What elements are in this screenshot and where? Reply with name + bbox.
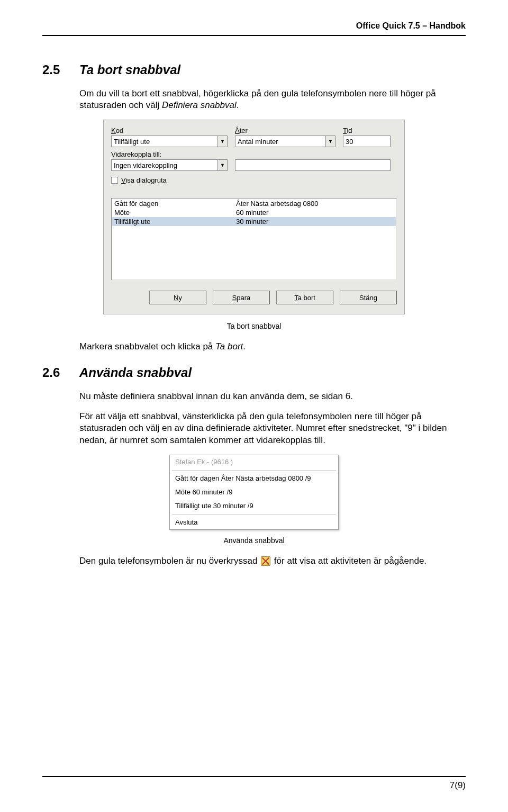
list-item[interactable]: Möte 60 minuter <box>112 208 396 217</box>
menu-separator <box>172 514 336 515</box>
tid-label: Tid <box>343 127 391 134</box>
menu-item[interactable]: Gått för dagen Åter Nästa arbetsdag 0800… <box>170 472 338 485</box>
section-title: Ta bort snabbval <box>79 62 180 77</box>
section-number: 2.5 <box>42 62 79 77</box>
final-paragraph: Den gula telefonsymbolen är nu överkryss… <box>79 555 466 567</box>
kod-label: Kod <box>111 127 228 134</box>
section-number: 2.6 <box>42 365 79 380</box>
tid-input[interactable]: 30 <box>343 136 391 147</box>
phone-crossed-icon <box>261 556 270 566</box>
dropdown-arrow-icon[interactable]: ▼ <box>325 136 335 147</box>
dropdown-arrow-icon[interactable]: ▼ <box>217 160 227 170</box>
page-number: 7(9) <box>450 780 466 790</box>
kod-combo[interactable]: Tillfälligt ute ▼ <box>111 136 228 147</box>
section-2-6-para1: Nu måste definiera snabbval innan du kan… <box>79 391 466 402</box>
section-2-6-heading: 2.6Använda snabbval <box>42 365 466 380</box>
list-item-selected[interactable]: Tillfälligt ute 30 minuter <box>112 217 396 226</box>
snabbval-listbox[interactable]: Gått för dagen Åter Nästa arbetsdag 0800… <box>111 198 397 280</box>
menu-separator <box>172 470 336 471</box>
section-2-5-paragraph: Om du vill ta bort ett snabbval, högerkl… <box>79 88 466 111</box>
menu-item[interactable]: Tillfälligt ute 30 minuter /9 <box>170 499 338 513</box>
spara-button[interactable]: Spara <box>213 291 270 304</box>
menu-header-disabled: Stefan Ek - (9616 ) <box>170 455 338 469</box>
header-title: Office Quick 7.5 – Handbok <box>356 21 466 30</box>
section-title: Använda snabbval <box>79 365 192 380</box>
after-dialog-text: Markera snabbvalet och klicka på Ta bort… <box>79 341 466 353</box>
checkbox-icon <box>111 177 118 184</box>
menu-item[interactable]: Möte 60 minuter /9 <box>170 485 338 499</box>
list-item[interactable]: Gått för dagen Åter Nästa arbetsdag 0800 <box>112 199 396 208</box>
dropdown-arrow-icon[interactable]: ▼ <box>217 136 227 147</box>
ny-button[interactable]: Ny <box>149 291 206 304</box>
vidarekoppla-input[interactable] <box>235 159 391 171</box>
figure-caption-1: Ta bort snabbval <box>42 322 466 330</box>
snabbval-context-menu: Stefan Ek - (9616 ) Gått för dagen Åter … <box>169 455 339 530</box>
ta-bort-button[interactable]: Ta bort <box>276 291 333 304</box>
ater-label: Åter <box>235 127 335 134</box>
vidarekoppla-combo[interactable]: Ingen vidarekoppling ▼ <box>111 159 228 171</box>
section-2-6-para2: För att välja ett snabbval, vänsterklick… <box>79 411 466 446</box>
visa-dialogruta-checkbox[interactable]: Visa dialogruta <box>111 176 397 184</box>
definiera-snabbval-dialog: Kod Tillfälligt ute ▼ Åter Antal minuter… <box>103 120 405 314</box>
figure-caption-2: Använda snabbval <box>42 536 466 545</box>
menu-item-avsluta[interactable]: Avsluta <box>170 516 338 529</box>
page-header: Office Quick 7.5 – Handbok <box>42 21 466 36</box>
ater-combo[interactable]: Antal minuter ▼ <box>235 136 335 147</box>
page-footer: 7(9) <box>42 776 466 791</box>
vidarekoppla-label: Vidarekoppla till: <box>111 150 397 158</box>
section-2-5-heading: 2.5Ta bort snabbval <box>42 62 466 77</box>
stang-button[interactable]: Stäng <box>340 291 397 304</box>
